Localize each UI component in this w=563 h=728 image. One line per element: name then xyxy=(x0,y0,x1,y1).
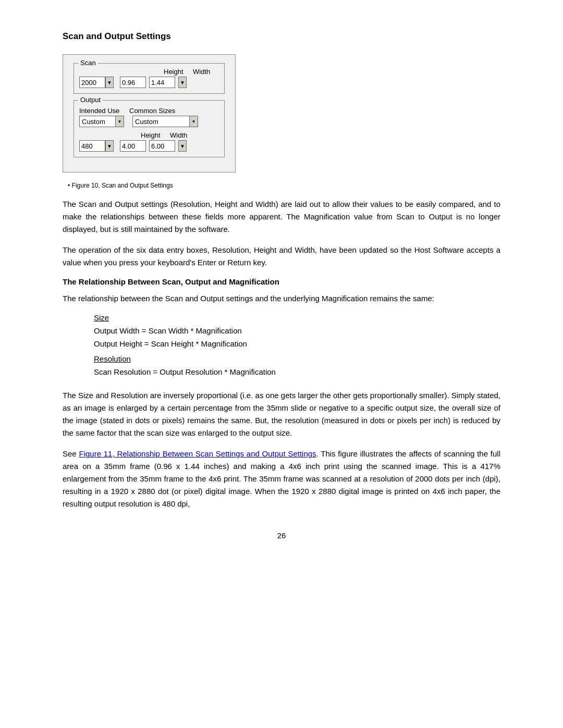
output-resolution-arrow-btn[interactable]: ▼ xyxy=(105,140,114,152)
common-sizes-value[interactable]: Custom xyxy=(132,116,190,127)
page-number: 26 xyxy=(63,531,500,540)
common-sizes-select[interactable]: Custom ▼ xyxy=(132,116,198,127)
output-height-input[interactable]: 4.00 xyxy=(120,140,146,152)
resolution-label: Resolution xyxy=(94,354,500,363)
scan-width-header: Width xyxy=(193,68,219,76)
output-group-box: Output Intended Use Common Sizes Custom … xyxy=(74,100,225,157)
page-title: Scan and Output Settings xyxy=(63,31,500,42)
body-paragraph-4: The Size and Resolution are inversely pr… xyxy=(63,389,500,439)
scan-resolution-input-group[interactable]: 2000 ▼ xyxy=(79,77,114,88)
intended-use-label: Intended Use xyxy=(79,107,121,115)
output-height-header: Height xyxy=(141,131,167,139)
scan-resolution-input[interactable]: 2000 xyxy=(79,77,105,88)
output-values-row: 480 ▼ 4.00 6.00 ▼ xyxy=(79,140,219,152)
common-sizes-arrow[interactable]: ▼ xyxy=(190,116,198,127)
scan-headers-row: Height Width xyxy=(79,68,219,76)
output-resolution-input-group[interactable]: 480 ▼ xyxy=(79,140,114,152)
intended-use-value[interactable]: Custom xyxy=(79,116,116,127)
body-paragraph-1: The Scan and Output settings (Resolution… xyxy=(63,198,500,236)
scan-width-input[interactable]: 1.44 xyxy=(149,77,175,88)
output-headers-row: Height Width xyxy=(79,131,219,139)
output-resolution-input[interactable]: 480 xyxy=(79,140,105,152)
intended-use-arrow[interactable]: ▼ xyxy=(116,116,124,127)
body-paragraph-2: The operation of the six data entry boxe… xyxy=(63,244,500,269)
scan-group-box: Scan Height Width Resolution 2000 ▼ 0.96… xyxy=(74,63,225,94)
figure-caption: Figure 10, Scan and Output Settings xyxy=(68,182,500,189)
scan-height-input[interactable]: 0.96 xyxy=(120,77,146,88)
body5-prefix: See xyxy=(63,449,79,458)
output-dimensions-arrow-btn[interactable]: ▼ xyxy=(178,140,187,152)
scan-dimensions-arrow-btn[interactable]: ▼ xyxy=(178,77,187,88)
section-subtitle: The Relationship Between Scan, Output an… xyxy=(63,277,500,286)
output-width-header: Width xyxy=(170,131,196,139)
scan-height-header: Height xyxy=(164,68,190,76)
intended-use-select[interactable]: Custom ▼ xyxy=(79,116,124,127)
output-group-label: Output xyxy=(78,96,103,104)
scan-values-row: Resolution 2000 ▼ 0.96 1.44 ▼ xyxy=(79,77,219,88)
formula-size-block: Size Output Width = Scan Width * Magnifi… xyxy=(94,313,500,376)
scan-group-label: Scan xyxy=(78,59,98,67)
figure11-link[interactable]: Figure 11, Relationship Between Scan Set… xyxy=(79,449,316,458)
body-paragraph-5: See Figure 11, Relationship Between Scan… xyxy=(63,448,500,510)
formula-scan-resolution: Scan Resolution = Output Resolution * Ma… xyxy=(94,367,500,376)
body-paragraph-3: The relationship between the Scan and Ou… xyxy=(63,292,500,305)
formula-output-width: Output Width = Scan Width * Magnificatio… xyxy=(94,326,500,335)
formula-output-height: Output Height = Scan Height * Magnificat… xyxy=(94,339,500,348)
output-width-input[interactable]: 6.00 xyxy=(149,140,175,152)
scan-resolution-arrow-btn[interactable]: ▼ xyxy=(105,77,114,88)
figure-container: Scan Height Width Resolution 2000 ▼ 0.96… xyxy=(63,54,236,172)
size-label: Size xyxy=(94,313,500,322)
common-sizes-label: Common Sizes xyxy=(129,107,175,115)
